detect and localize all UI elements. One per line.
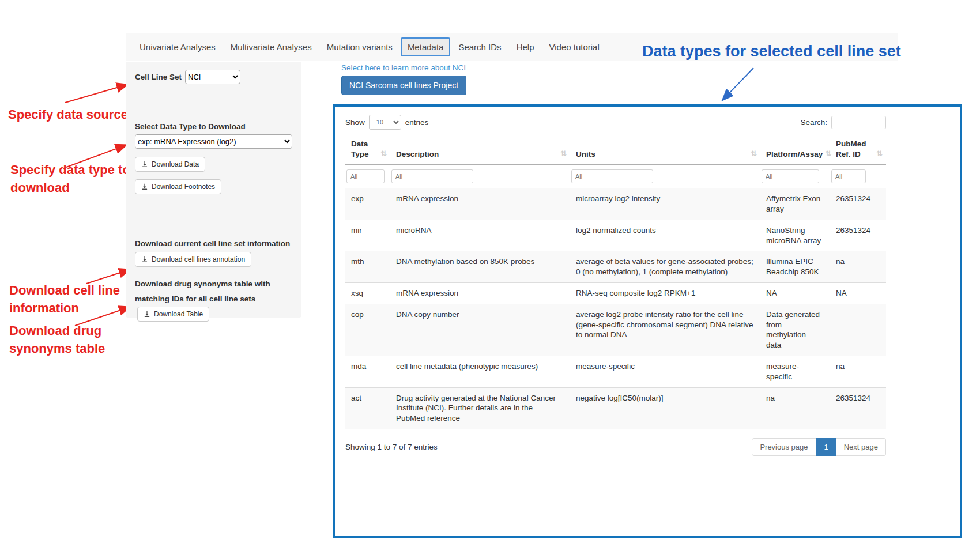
table-row-cop: copDNA copy numberaverage log2 probe int…	[345, 304, 886, 356]
column-header[interactable]: Description⇅	[390, 137, 570, 165]
column-header-label: Description	[396, 149, 439, 160]
cell-platform: NA	[760, 282, 830, 304]
cell-description: DNA methylation based on 850K probes	[390, 251, 570, 283]
page-number-button[interactable]: 1	[816, 438, 836, 456]
column-filter-input[interactable]	[571, 169, 653, 183]
download-footnotes-button[interactable]: Download Footnotes	[135, 179, 221, 194]
cell-units: microarray log2 intensity	[570, 188, 760, 220]
cell-pubmed: 26351324	[830, 387, 886, 429]
cell-pubmed: na	[830, 356, 886, 388]
cell-line-set-select[interactable]: NCI	[185, 70, 240, 84]
column-header-label: Platform/Assay	[766, 149, 823, 160]
table-row-exp: expmRNA expressionmicroarray log2 intens…	[345, 188, 886, 220]
red-arrow-data-source	[65, 85, 127, 103]
sort-icon[interactable]: ⇅	[751, 149, 757, 159]
cell-pubmed: na	[830, 251, 886, 283]
red-annotation-3: Download drugsynonyms table	[9, 322, 105, 357]
table-row-mth: mthDNA methylation based on 850K probesa…	[345, 251, 886, 283]
download-icon	[144, 311, 150, 318]
page-length-select[interactable]: 10	[369, 115, 401, 130]
cell-description: cell line metadata (phenotypic measures)	[390, 356, 570, 388]
cell-pubmed: NA	[830, 282, 886, 304]
cell-platform: na	[760, 387, 830, 429]
cell-units: negative log[IC50(molar)]	[570, 387, 760, 429]
download-table-button[interactable]: Download Table	[137, 307, 209, 322]
table-filter-row	[345, 165, 886, 188]
cell-pubmed	[830, 304, 886, 356]
column-filter-input[interactable]	[831, 169, 866, 183]
tab-help[interactable]: Help	[510, 37, 541, 56]
cell-pubmed: 26351324	[830, 188, 886, 220]
column-filter-input[interactable]	[346, 169, 385, 183]
cell-platform: Data generated from methylation data	[760, 304, 830, 356]
tab-multivariate-analyses[interactable]: Multivariate Analyses	[224, 37, 319, 56]
sort-icon[interactable]: ⇅	[560, 149, 567, 159]
download-table-label: Download Table	[154, 310, 203, 318]
download-footnotes-label: Download Footnotes	[152, 183, 215, 191]
cell-units: average log2 probe intensity ratio for t…	[570, 304, 760, 356]
table-header-row: Data Type⇅Description⇅Units⇅Platform/Ass…	[345, 137, 886, 165]
column-header-label: PubMed Ref. ID	[836, 139, 874, 159]
column-header[interactable]: PubMed Ref. ID⇅	[830, 137, 886, 165]
pagination: Previous page 1 Next page	[752, 438, 886, 456]
search-input[interactable]	[831, 116, 886, 129]
cell-data_type: xsq	[345, 282, 390, 304]
column-header[interactable]: Data Type⇅	[345, 137, 390, 165]
download-icon	[141, 256, 148, 263]
drug-synonyms-heading-text: Download drug synonyms table with matchi…	[135, 280, 270, 303]
table-row-mda: mdacell line metadata (phenotypic measur…	[345, 356, 886, 388]
download-data-button[interactable]: Download Data	[135, 157, 205, 172]
previous-page-button[interactable]: Previous page	[752, 438, 816, 456]
column-filter-input[interactable]	[762, 169, 819, 183]
download-cell-lines-annotation-button[interactable]: Download cell lines annotation	[135, 252, 251, 267]
next-page-button[interactable]: Next page	[836, 438, 886, 456]
data-types-annotation-box: Show 10 entries Search: Data Type⇅Descri…	[333, 104, 962, 538]
control-panel: Cell Line Set NCI Select Data Type to Do…	[126, 62, 301, 318]
cell-platform: Affymetrix Exon array	[760, 188, 830, 220]
cell-description: mRNA expression	[390, 282, 570, 304]
cell-description: microRNA	[390, 220, 570, 251]
cell-data_type: mth	[345, 251, 390, 283]
cell-pubmed: 26351324	[830, 220, 886, 251]
download-data-label: Download Data	[152, 160, 199, 168]
cell-platform: Illumina EPIC Beadchip 850K	[760, 251, 830, 283]
cell-platform: NanoString microRNA array	[760, 220, 830, 251]
column-header-label: Units	[576, 149, 595, 160]
cell-data_type: exp	[345, 188, 390, 220]
tab-video-tutorial[interactable]: Video tutorial	[542, 37, 606, 56]
cell-line-set-label: Cell Line Set	[135, 73, 182, 81]
download-icon	[141, 183, 148, 190]
cell-data_type: cop	[345, 304, 390, 356]
cell-units: RNA-seq composite log2 RPKM+1	[570, 282, 760, 304]
red-annotation-0: Specify data source	[8, 105, 128, 123]
table-info: Showing 1 to 7 of 7 entries	[345, 443, 438, 451]
column-header[interactable]: Units⇅	[570, 137, 760, 165]
tab-search-ids[interactable]: Search IDs	[451, 37, 508, 56]
learn-more-link[interactable]: Select here to learn more about NCI	[341, 63, 466, 72]
tab-mutation-variants[interactable]: Mutation variants	[320, 37, 399, 56]
tab-univariate-analyses[interactable]: Univariate Analyses	[133, 37, 223, 56]
tab-metadata[interactable]: Metadata	[401, 37, 451, 56]
column-header[interactable]: Platform/Assay⇅	[760, 137, 830, 165]
cell-data_type: act	[345, 387, 390, 429]
column-filter-input[interactable]	[391, 169, 473, 183]
sort-icon[interactable]: ⇅	[876, 149, 883, 159]
cell-line-info-heading: Download current cell line set informati…	[135, 239, 292, 248]
cell-description: Drug activity generated at the National …	[390, 387, 570, 429]
project-button[interactable]: NCI Sarcoma cell lines Project	[341, 76, 466, 95]
blue-annotation-title: Data types for selected cell line set	[642, 43, 901, 61]
entries-label: entries	[405, 118, 429, 127]
download-cell-lines-annotation-label: Download cell lines annotation	[152, 255, 245, 263]
show-label: Show	[345, 118, 365, 127]
datatable-container: Show 10 entries Search: Data Type⇅Descri…	[345, 115, 886, 456]
table-body: expmRNA expressionmicroarray log2 intens…	[345, 188, 886, 429]
sort-icon[interactable]: ⇅	[825, 149, 831, 159]
data-type-select[interactable]: exp: mRNA Expression (log2)	[135, 134, 292, 149]
cell-data_type: mda	[345, 356, 390, 388]
cell-units: measure-specific	[570, 356, 760, 388]
data-types-table: Data Type⇅Description⇅Units⇅Platform/Ass…	[345, 137, 886, 429]
data-type-label: Select Data Type to Download	[135, 122, 292, 131]
sort-icon[interactable]: ⇅	[380, 149, 387, 159]
table-row-xsq: xsqmRNA expressionRNA-seq composite log2…	[345, 282, 886, 304]
download-icon	[141, 161, 148, 168]
